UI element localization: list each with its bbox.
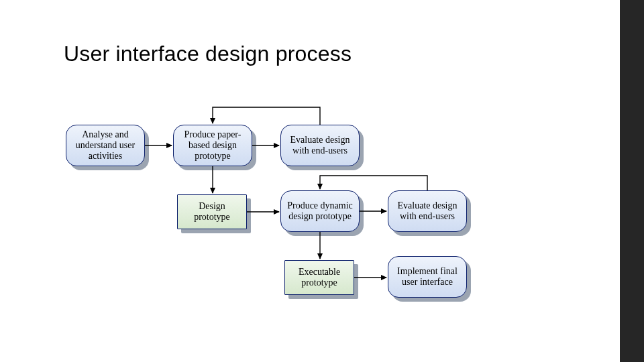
node-label: Design prototype (182, 201, 242, 223)
node-label: Evaluate design with end-users (392, 200, 462, 222)
node-label: Executable prototype (289, 267, 350, 288)
node-label: Evaluate design with end-users (285, 135, 355, 156)
node-label: Produce dynamic design prototype (285, 200, 355, 222)
node-label: Implement final user interface (392, 266, 462, 288)
arrows-layer (0, 0, 644, 362)
node-label: Produce paper-based design prototype (178, 129, 248, 162)
arrow-eval2-dynamic-feedback (320, 176, 427, 190)
diagram-canvas: Analyse and understand user activities P… (0, 0, 644, 362)
arrow-eval1-paper-feedback (213, 107, 320, 125)
node-label: Analyse and understand user activities (70, 129, 140, 162)
slide-sidebar (620, 0, 644, 362)
